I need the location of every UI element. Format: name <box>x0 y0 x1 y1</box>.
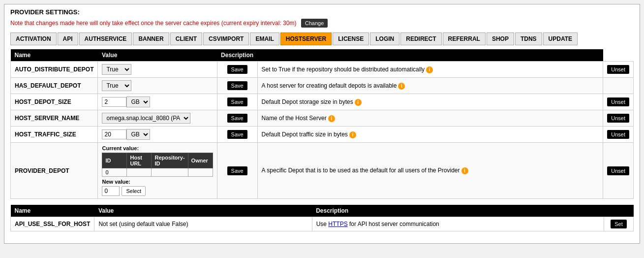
tab-hostserver[interactable]: HOSTSERVER <box>280 32 332 45</box>
unset-cell-3: Unset <box>603 110 634 127</box>
tab-banner[interactable]: BANNER <box>133 32 169 45</box>
save-cell-3: Save <box>217 110 257 127</box>
info-icon-2: i <box>355 99 362 106</box>
row-desc-5: A specific Depot that is to be used as t… <box>257 143 603 199</box>
row-name-1: HAS_DEFAULT_DEPOT <box>11 78 98 94</box>
bottom-col-header-description: Description <box>312 205 604 217</box>
tab-client[interactable]: CLIENT <box>170 32 202 45</box>
bottom-row-name-0: API_USE_SSL_FOR_HOST <box>11 217 94 231</box>
row-value-3: omega.snap.local_8080 (PAL2) <box>98 110 217 127</box>
tab-shop[interactable]: SHOP <box>487 32 514 45</box>
unit-select-4[interactable]: GB <box>126 129 150 140</box>
save-cell-1: Save <box>217 78 257 94</box>
info-icon-0: i <box>426 66 433 73</box>
tab-login[interactable]: LOGIN <box>370 32 399 45</box>
value-select-long-3[interactable]: omega.snap.local_8080 (PAL2) <box>102 113 190 124</box>
tab-email[interactable]: EMAIL <box>250 32 279 45</box>
main-settings-table: Name Value Description AUTO_DISTRIBUTE_D… <box>10 49 634 199</box>
save-button-4[interactable]: Save <box>227 130 247 139</box>
depot-col-repository-id: Repository-ID <box>152 153 188 168</box>
tab-redirect[interactable]: REDIRECT <box>400 32 441 45</box>
value-input-4[interactable] <box>102 129 126 139</box>
depot-cell <box>152 168 188 177</box>
value-input-2[interactable] <box>102 97 126 107</box>
info-icon-4: i <box>349 131 356 138</box>
tab-activation[interactable]: ACTIVATION <box>10 32 57 45</box>
tab-referral[interactable]: REFERRAL <box>443 32 486 45</box>
unset-button-3[interactable]: Unset <box>607 114 629 123</box>
save-button-1[interactable]: Save <box>227 81 247 90</box>
https-link-0[interactable]: HTTPS <box>328 221 347 227</box>
change-button[interactable]: Change <box>301 19 328 28</box>
set-cell-0: Set <box>604 217 634 231</box>
depot-inner-table: IDHost URLRepository-IDOwner0 <box>102 153 213 177</box>
row-name-5: PROVIDER_DEPOT <box>11 143 98 199</box>
current-value-label: Current value: <box>102 145 213 151</box>
depot-col-host-url: Host URL <box>127 153 152 168</box>
settings-title: PROVIDER SETTINGS: <box>10 8 634 16</box>
row-value-1: TrueFalse <box>98 78 217 94</box>
info-icon-5: i <box>461 167 468 174</box>
new-value-input[interactable] <box>102 186 120 196</box>
tabs-container: ACTIVATIONAPIAUTHSERVICEBANNERCLIENTCSVI… <box>10 32 634 45</box>
row-desc-0: Set to True if the repository should be … <box>257 62 603 78</box>
col-header-description: Description <box>217 49 257 62</box>
row-name-0: AUTO_DISTRIBUTE_DEPOT <box>11 62 98 78</box>
col-header-action <box>257 49 603 62</box>
select-button[interactable]: Select <box>122 186 146 196</box>
bottom-row-desc-0: Use HTTPS for API host server communicat… <box>312 217 604 231</box>
row-name-2: HOST_DEPOT_SIZE <box>11 94 98 110</box>
row-name-3: HOST_SERVER_NAME <box>11 110 98 127</box>
depot-cell <box>127 168 152 177</box>
provider-settings-container: PROVIDER SETTINGS: Note that changes mad… <box>4 4 640 244</box>
save-cell-5: Save <box>217 143 257 199</box>
tab-api[interactable]: API <box>58 32 78 45</box>
bottom-settings-table: Name Value Description API_USE_SSL_FOR_H… <box>10 205 634 231</box>
save-button-3[interactable]: Save <box>227 114 247 123</box>
unset-button-4[interactable]: Unset <box>607 130 629 139</box>
bottom-col-header-name: Name <box>11 205 94 217</box>
save-cell-2: Save <box>217 94 257 110</box>
unset-button-2[interactable]: Unset <box>607 97 629 106</box>
save-cell-0: Save <box>217 62 257 78</box>
row-desc-1: A host server for creating default depot… <box>257 78 603 94</box>
info-icon-1: i <box>398 83 405 90</box>
depot-col-owner: Owner <box>188 153 213 168</box>
unset-cell-1 <box>603 78 634 94</box>
row-value-0: TrueFalse <box>98 62 217 78</box>
unset-button-5[interactable]: Unset <box>607 166 629 175</box>
row-desc-2: Default Depot storage size in bytesi <box>257 94 603 110</box>
value-select-0[interactable]: TrueFalse <box>102 64 131 75</box>
row-desc-3: Name of the Host Serveri <box>257 110 603 127</box>
save-button-2[interactable]: Save <box>227 97 247 106</box>
row-name-4: HOST_TRAFFIC_SIZE <box>11 127 98 143</box>
tab-authservice[interactable]: AUTHSERVICE <box>79 32 132 45</box>
bottom-col-header-action <box>604 205 634 217</box>
row-value-5: Current value:IDHost URLRepository-IDOwn… <box>98 143 217 199</box>
depot-cell <box>188 168 213 177</box>
row-value-4: GB <box>98 127 217 143</box>
depot-cell: 0 <box>102 168 127 177</box>
cache-note: Note that changes made here will only ta… <box>10 19 634 28</box>
unit-select-2[interactable]: GB <box>126 97 150 107</box>
unset-cell-5: Unset <box>603 143 634 199</box>
unset-button-0[interactable]: Unset <box>607 65 629 74</box>
tab-tdns[interactable]: TDNS <box>515 32 542 45</box>
row-value-2: GB <box>98 94 217 110</box>
new-value-label: New value: <box>102 179 213 185</box>
save-button-5[interactable]: Save <box>227 166 247 175</box>
save-cell-4: Save <box>217 127 257 143</box>
row-desc-4: Default Depot traffic size in bytesi <box>257 127 603 143</box>
save-button-0[interactable]: Save <box>227 65 247 74</box>
value-select-1[interactable]: TrueFalse <box>102 80 131 91</box>
tab-update[interactable]: UPDATE <box>543 32 578 45</box>
tab-license[interactable]: LICENSE <box>333 32 369 45</box>
unset-cell-4: Unset <box>603 127 634 143</box>
col-header-name: Name <box>11 49 98 62</box>
depot-col-id: ID <box>102 153 127 168</box>
set-button-0[interactable]: Set <box>611 220 627 228</box>
info-icon-3: i <box>328 115 335 122</box>
unset-cell-0: Unset <box>603 62 634 78</box>
unset-cell-2: Unset <box>603 94 634 110</box>
tab-csvimport[interactable]: CSVIMPORT <box>203 32 249 45</box>
